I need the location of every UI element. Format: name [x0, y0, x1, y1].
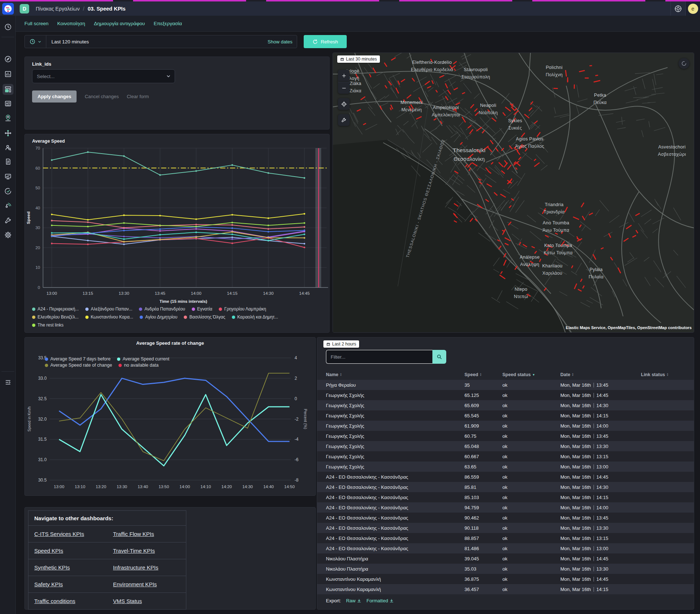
- sidebar-item-logs-icon[interactable]: [3, 156, 13, 167]
- legend-item[interactable]: The rest links: [32, 323, 63, 328]
- legend-item[interactable]: Βασιλίσσης Όλγας: [184, 314, 225, 320]
- table-row[interactable]: Κωνσταντίνου Καραμανλή36.457okMon, Mar 1…: [317, 584, 694, 594]
- sidebar-collapse-icon[interactable]: [3, 377, 13, 388]
- legend-item[interactable]: Γρηγορίου Λαμπράκη: [219, 306, 266, 312]
- column-header-speed[interactable]: Speed▲▼: [464, 370, 482, 380]
- link-ids-select[interactable]: Select...: [32, 69, 175, 83]
- breadcrumb-dashboards[interactable]: Πίνακας Εργαλείων: [36, 6, 80, 12]
- navigate-title-row: Navigate to other dashboards:: [28, 511, 186, 525]
- table-row[interactable]: A24 - ΕΟ Θεσσαλονίκης - Κασσάνδρας90.462…: [317, 513, 694, 523]
- table-row[interactable]: Γεωργικής Σχολής60.667okMon, Mar 16th13:…: [317, 451, 694, 462]
- menu-item-0[interactable]: Full screen: [24, 21, 48, 26]
- svg-text:14:20: 14:20: [221, 484, 232, 489]
- dashboard-link[interactable]: Traffic Flow KPIs: [113, 531, 154, 537]
- sidebar-item-apm-signal-icon[interactable]: [3, 200, 13, 211]
- dashboard-link[interactable]: Safety KPIs: [34, 581, 63, 587]
- dashboard-link[interactable]: Traffic conditions: [34, 598, 75, 604]
- svg-text:0: 0: [38, 285, 40, 290]
- map-refresh-spinner-button[interactable]: [678, 58, 689, 69]
- table-row[interactable]: Νικολάου Πλαστήρα35.03okMon, Mar 16th13:…: [317, 564, 694, 574]
- table-row[interactable]: A24 - ΕΟ Θεσσαλονίκης - Κασσάνδρας86.559…: [317, 472, 694, 482]
- dashboard-link[interactable]: C-ITS Services KPIs: [34, 531, 84, 537]
- space-badge[interactable]: D: [20, 4, 29, 13]
- column-header-link-status[interactable]: Link status▲▼: [641, 370, 669, 380]
- column-header-name[interactable]: Name▲▼: [326, 370, 342, 380]
- table-row[interactable]: Γεωργικής Σχολής65.125okMon, Mar 16th14:…: [317, 390, 694, 400]
- dashboard-link[interactable]: VMS Status: [113, 598, 142, 604]
- time-picker-quick-button[interactable]: [25, 35, 46, 48]
- sidebar-item-maps-pin-icon[interactable]: [3, 112, 13, 123]
- map-canvas[interactable]: ialogéαλογήEleftherio-KordelioΕλευθέριο …: [333, 53, 694, 333]
- column-header-speed-status[interactable]: Speed status▼: [502, 370, 535, 380]
- export-raw-link[interactable]: Raw: [346, 598, 361, 603]
- time-range-value[interactable]: Last 120 minutes: [51, 39, 89, 45]
- legend-item[interactable]: Αγίου Δημητρίου: [140, 314, 177, 320]
- menu-item-1[interactable]: Κοινοποίηση: [57, 21, 85, 26]
- filter-input[interactable]: [326, 350, 432, 364]
- table-row[interactable]: Γεωργικής Σχολής60.75okMon, Mar 16th13:4…: [317, 431, 694, 441]
- table-row[interactable]: A24 - ΕΟ Θεσσαλονίκης - Κασσάνδρας94.759…: [317, 502, 694, 513]
- map-zoom-out-button[interactable]: [338, 82, 350, 94]
- column-header-date[interactable]: Date▲▼: [560, 370, 574, 380]
- svg-text:14:30: 14:30: [263, 291, 274, 296]
- table-row[interactable]: Γεωργικής Σχολής65.048okMon, Mar 16th13:…: [317, 441, 694, 451]
- app-logo-icon[interactable]: [2, 3, 14, 15]
- legend-item[interactable]: Ανδρέα Παπανδρέου: [139, 306, 185, 312]
- sidebar-item-machine-learning-icon[interactable]: [3, 128, 13, 139]
- sidebar-item-devtools-wrench-icon[interactable]: [3, 215, 13, 226]
- dashboard-link[interactable]: Environment KPIs: [113, 581, 157, 587]
- dashboard-link[interactable]: Speed KPIs: [34, 548, 63, 554]
- legend-item[interactable]: Καραολή και Δημητ...: [232, 314, 278, 320]
- export-formatted-link[interactable]: Formatted: [366, 598, 394, 603]
- sidebar-item-uptime-check-icon[interactable]: [3, 186, 13, 197]
- map-fit-data-crosshair-button[interactable]: [338, 98, 350, 110]
- legend-item[interactable]: Average Speed current: [117, 356, 169, 362]
- sidebar-item-discover-compass-icon[interactable]: [3, 54, 13, 65]
- traffic-map-panel[interactable]: ialogéαλογήEleftherio-KordelioΕλευθέριο …: [332, 53, 694, 333]
- table-row[interactable]: Ρήγα Φεραίου35okMon, Mar 16th13:45: [317, 380, 694, 390]
- legend-item[interactable]: A24 - Περιφερειακή...: [32, 306, 79, 312]
- cancel-changes-button[interactable]: Cancel changes: [85, 94, 118, 99]
- apply-changes-button[interactable]: Apply changes: [32, 90, 77, 103]
- table-row[interactable]: A24 - ΕΟ Θεσσαλονίκης - Κασσάνδρας88.857…: [317, 533, 694, 543]
- sidebar-item-metrics-screen-icon[interactable]: [3, 171, 13, 182]
- map-label: Menemeni: [401, 100, 423, 105]
- legend-item[interactable]: Κωνσταντίνου Καρα...: [85, 314, 133, 320]
- legend-item[interactable]: Ελευθερίου Βενιζέλ...: [32, 314, 79, 320]
- help-icon[interactable]: [670, 1, 685, 16]
- table-row[interactable]: Γεωργικής Σχολής61.909okMon, Mar 16th14:…: [317, 421, 694, 431]
- table-row[interactable]: A24 - ΕΟ Θεσσαλονίκης - Κασσάνδρας85.103…: [317, 492, 694, 502]
- table-row[interactable]: Γεωργικής Σχολής65.609okMon, Mar 16th14:…: [317, 400, 694, 410]
- table-row[interactable]: Γεωργικής Σχολής65.545okMon, Mar 16th14:…: [317, 410, 694, 421]
- legend-item[interactable]: Αλεξάνδρου Παπαν...: [85, 306, 132, 312]
- user-avatar[interactable]: e: [685, 1, 700, 16]
- legend-item[interactable]: Average Speed rate of change: [45, 363, 112, 368]
- sidebar-item-settings-gear-icon[interactable]: [3, 229, 13, 240]
- search-button[interactable]: [432, 350, 446, 364]
- sidebar-item-canvas-icon[interactable]: [3, 98, 13, 109]
- map-zoom-in-button[interactable]: [338, 70, 350, 81]
- table-row[interactable]: Κωνσταντίνου Καραμανλή36.875okMon, Mar 1…: [317, 574, 694, 584]
- refresh-button[interactable]: Refresh: [304, 35, 347, 48]
- show-dates-link[interactable]: Show dates: [268, 39, 292, 45]
- sidebar-item-graph-user-icon[interactable]: [3, 142, 13, 153]
- dashboard-link[interactable]: Infrastructure KPIs: [113, 564, 158, 571]
- table-row[interactable]: Νικολάου Πλαστήρα39.045okMon, Mar 16th14…: [317, 553, 694, 564]
- sidebar-item-visualize-chart-icon[interactable]: [3, 69, 13, 80]
- legend-item[interactable]: Εγνατία: [192, 306, 212, 312]
- menu-item-3[interactable]: Επεξεργασία: [153, 21, 182, 26]
- legend-item[interactable]: Average Speed 7 days before: [45, 356, 110, 362]
- dashboard-link[interactable]: Travel-Time KPIs: [113, 548, 155, 554]
- table-row[interactable]: A24 - ΕΟ Θεσσαλονίκης - Κασσάνδρας90.118…: [317, 523, 694, 533]
- table-row[interactable]: A24 - ΕΟ Θεσσαλονίκης - Κασσάνδρας81.486…: [317, 543, 694, 553]
- dashboard-link[interactable]: Synthetic KPIs: [34, 564, 70, 571]
- cell-date: Mon, Mar 16th14:45: [560, 574, 608, 584]
- table-row[interactable]: Γεωργικής Σχολής63.65okMon, Mar 16th13:0…: [317, 462, 694, 472]
- map-tools-wrench-button[interactable]: [338, 114, 350, 126]
- sidebar-item-recent-clock-icon[interactable]: [3, 22, 13, 32]
- legend-item[interactable]: no available data: [118, 363, 159, 368]
- clear-form-button[interactable]: Clear form: [127, 94, 149, 99]
- menu-item-2[interactable]: Δημιουργία αντιγράφου: [94, 21, 145, 26]
- table-row[interactable]: A24 - ΕΟ Θεσσαλονίκης - Κασσάνδρας85.81o…: [317, 482, 694, 492]
- sidebar-item-dashboard-icon[interactable]: [3, 84, 13, 95]
